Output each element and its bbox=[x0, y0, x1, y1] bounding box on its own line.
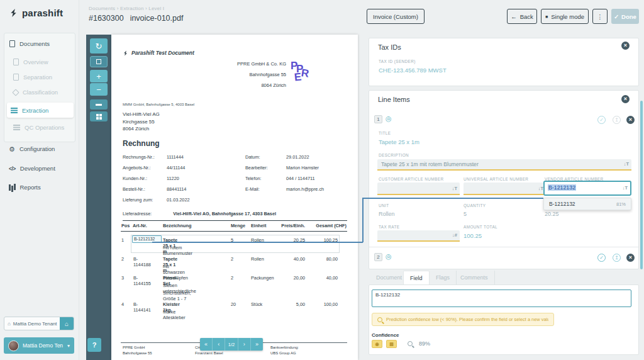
ocr-confidence-icon[interactable]: ◉ bbox=[372, 340, 382, 348]
development-icon: </> bbox=[9, 166, 16, 172]
rotate-button[interactable]: ↻ bbox=[90, 38, 108, 53]
customer-article-input[interactable]: ↓T bbox=[377, 183, 460, 195]
tab-field[interactable]: Field bbox=[403, 271, 430, 284]
page-navigation: « ‹ 1/2 › » bbox=[200, 338, 263, 351]
line-item-2-restore-icon[interactable]: ↥ bbox=[613, 254, 621, 262]
confidence-warning: Prediction confidence low (< 90%). Pleas… bbox=[372, 313, 554, 326]
tax-rate-input[interactable]: ↓# bbox=[377, 230, 460, 242]
sidebar-item-classification[interactable]: Classification bbox=[13, 89, 58, 96]
field-connector-line-horizontal bbox=[152, 242, 363, 243]
extract-text-icon[interactable]: ↓T bbox=[452, 186, 457, 191]
extract-text-icon[interactable]: ↓T bbox=[538, 186, 543, 191]
zoom-confidence-icon[interactable] bbox=[408, 341, 413, 346]
viewer-toolbar: ↻ + − bbox=[86, 35, 111, 360]
line-item-1-approve-icon[interactable]: ✓ bbox=[597, 116, 606, 124]
unit-value[interactable]: Rollen bbox=[379, 211, 395, 217]
tenant-selector[interactable]: ⌂ Mattia Demo Tenant ⌂ bbox=[4, 317, 74, 330]
zoom-in-icon: + bbox=[96, 72, 101, 81]
help-button[interactable]: ? bbox=[87, 338, 101, 352]
customer-article-label: CUSTOMER ARTICLE NUMBER bbox=[379, 177, 460, 181]
user-name: Mattia Demo Ten bbox=[23, 342, 64, 349]
page-indicator: 1/2 bbox=[225, 338, 238, 351]
qc-operations-icon bbox=[13, 125, 20, 126]
item-divider bbox=[369, 247, 638, 247]
single-mode-button[interactable]: ■ Single mode bbox=[541, 9, 589, 24]
tab-comments[interactable]: Comments bbox=[454, 271, 495, 284]
line-item-2-delete-icon[interactable]: × bbox=[626, 254, 635, 262]
description-label: DESCRIPTION bbox=[379, 153, 409, 157]
prev-page-button[interactable]: ‹ bbox=[213, 338, 225, 351]
doc-sender-line: MMM GmbH, Bahnhofgasse 5, 4003 Basel bbox=[123, 103, 194, 106]
reports-icon bbox=[9, 184, 11, 191]
description-input[interactable]: Tapete 25 x 1m mit rotem Blumenmuster ↓T bbox=[377, 159, 631, 171]
document-name: invoice-010.pdf bbox=[130, 14, 184, 23]
document-page[interactable]: Parashift Test Document PPRE GmbH & Co. … bbox=[111, 35, 358, 360]
sidebar-item-development[interactable]: </> Development bbox=[9, 165, 55, 172]
parashift-logo[interactable]: parashift bbox=[9, 8, 63, 18]
sidebar-item-configuration[interactable]: ⚙ Configuration bbox=[9, 145, 55, 152]
sidebar-item-overview[interactable]: Overview bbox=[13, 59, 48, 65]
zoom-in-button[interactable]: + bbox=[90, 70, 108, 82]
sidebar-item-extraction[interactable]: Extraction bbox=[7, 103, 74, 118]
chevron-down-icon: ▾ bbox=[67, 343, 70, 349]
sidebar-item-documents[interactable]: Documents bbox=[9, 40, 50, 47]
sidebar-item-reports[interactable]: Reports bbox=[9, 184, 41, 191]
delivery-address-row: Lieferadresse: Viel-Hilft-Viel AG, Bahnh… bbox=[123, 211, 347, 221]
tax-id-sender-value[interactable]: CHE-123.456.789 MWST bbox=[379, 67, 447, 74]
done-button[interactable]: ✓ Done bbox=[611, 9, 639, 24]
tenant-building-icon: ⌂ bbox=[4, 321, 11, 327]
universal-article-input[interactable]: ↓T bbox=[464, 183, 546, 195]
vendor-article-input[interactable]: B-1212132 ↓T bbox=[543, 181, 631, 196]
line-item-2-link-icon[interactable]: ◎ bbox=[386, 252, 392, 261]
more-options-button[interactable]: ⋮ bbox=[592, 9, 608, 24]
tax-rate-label: TAX RATE bbox=[379, 225, 400, 229]
grid-view-button[interactable] bbox=[90, 111, 108, 121]
supplier-address: PPRE GmbH & Co. KG Bahnhofgasse 55 8064 … bbox=[237, 61, 286, 89]
sidebar-item-separation[interactable]: Separation bbox=[13, 74, 52, 81]
tenant-name: Mattia Demo Tenant bbox=[11, 321, 60, 327]
tax-ids-close-icon[interactable]: × bbox=[621, 42, 630, 50]
documents-icon bbox=[9, 40, 15, 47]
sidebar-item-qc-operations[interactable]: QC Operations bbox=[13, 124, 64, 131]
user-menu-button[interactable]: Mattia Demo Ten ▾ bbox=[4, 337, 74, 354]
field-value-textarea[interactable]: B-1212132 bbox=[372, 290, 631, 307]
document-id: #1630300 bbox=[89, 14, 124, 23]
universal-article-label: UNIVERSAL ARTICLE NUMBER bbox=[464, 177, 545, 181]
line-item-1-restore-icon[interactable]: ↥ bbox=[613, 116, 621, 124]
supplier-logo: P P R E bbox=[291, 60, 313, 89]
avatar bbox=[8, 340, 19, 351]
line-item-1-badge: 1 bbox=[374, 115, 382, 123]
line-items-close-icon[interactable]: × bbox=[621, 95, 630, 103]
extraction-icon bbox=[11, 108, 18, 109]
fit-to-screen-button[interactable] bbox=[90, 56, 108, 67]
suggestion-dropdown-item[interactable]: B-1212132 81% bbox=[543, 198, 631, 210]
title-value[interactable]: Tapete 25 x 1m bbox=[379, 138, 419, 145]
zoom-out-button[interactable]: − bbox=[90, 83, 108, 96]
panel-scrollbar[interactable] bbox=[640, 101, 643, 269]
validation-confidence-icon[interactable]: ▤ bbox=[386, 340, 397, 348]
line-items-title: Line Items bbox=[378, 96, 410, 103]
breadcrumb[interactable]: Documents › Extraction › Level I bbox=[89, 6, 164, 11]
next-page-button[interactable]: › bbox=[238, 338, 251, 351]
document-type-button[interactable]: Invoice (Custom) bbox=[367, 9, 425, 24]
quantity-value[interactable]: 5 bbox=[464, 211, 467, 217]
separation-icon bbox=[13, 74, 19, 81]
tenant-switch-button[interactable]: ⌂ bbox=[60, 317, 74, 330]
tab-flags[interactable]: Flags bbox=[430, 271, 457, 284]
line-item-2-approve-icon[interactable]: ✓ bbox=[597, 254, 606, 262]
extract-text-icon[interactable]: ↓T bbox=[624, 161, 629, 167]
doc-brand-icon bbox=[123, 50, 128, 56]
field-connector-line-vertical bbox=[362, 198, 364, 242]
last-page-button[interactable]: » bbox=[251, 338, 263, 351]
extract-number-icon[interactable]: ↓# bbox=[452, 232, 457, 238]
back-button[interactable]: ← Back bbox=[507, 9, 537, 24]
line-item-1-link-icon[interactable]: ◎ bbox=[386, 115, 392, 123]
amount-value[interactable]: 20.25 bbox=[545, 211, 559, 217]
tax-id-sender-label: TAX ID (SENDER) bbox=[379, 59, 416, 64]
kebab-icon: ⋮ bbox=[597, 13, 603, 20]
line-item-1-delete-icon[interactable]: × bbox=[626, 116, 635, 124]
first-page-button[interactable]: « bbox=[200, 338, 213, 351]
extract-text-icon[interactable]: ↓T bbox=[623, 185, 628, 191]
single-page-button[interactable] bbox=[90, 99, 108, 110]
amount-total-value[interactable]: 100.25 bbox=[464, 232, 482, 239]
